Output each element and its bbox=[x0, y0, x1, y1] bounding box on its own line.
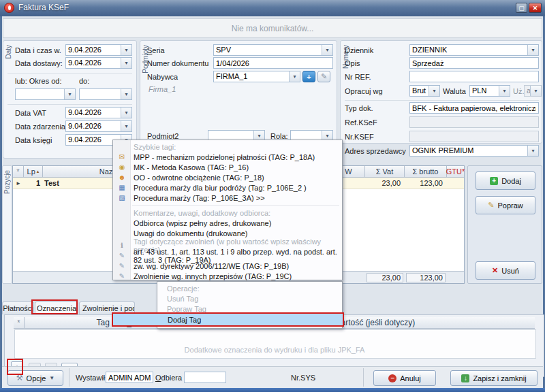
tab-platnosci[interactable]: Płatności bbox=[2, 301, 34, 314]
divider bbox=[69, 368, 69, 387]
pencil-icon: ✎ bbox=[488, 201, 494, 210]
input-nr-ref[interactable] bbox=[409, 71, 539, 82]
input-odbiera[interactable] bbox=[184, 372, 226, 383]
combo-data-vat[interactable]: 9.04.2026 bbox=[65, 107, 132, 118]
combo-okres-od[interactable] bbox=[15, 88, 76, 100]
label-numer-dokumentu: Numer dokumentu bbox=[147, 59, 209, 67]
divider bbox=[345, 100, 539, 101]
tag-select-all[interactable]: * bbox=[14, 317, 25, 329]
menu-item-p19a[interactable]: ✎art. 43 ust. 1, art. 113 ust. 1 i 9 alb… bbox=[113, 250, 342, 261]
label-odbiera: Odbiera bbox=[155, 374, 182, 382]
menu-item-marza-podrozy[interactable]: ▦Procedura marży dla biur podróży (Tag: … bbox=[113, 182, 342, 193]
combo-data-dostawy[interactable]: 9.04.2026 bbox=[65, 57, 132, 69]
plus-icon: + bbox=[490, 177, 498, 185]
annotation-add-tag-button bbox=[7, 359, 23, 375]
nabywca-note: Firma_1 bbox=[149, 85, 176, 93]
combo-waluta[interactable]: PLN bbox=[469, 85, 510, 97]
menu-item-usun-tag: Usuń Tag bbox=[157, 293, 342, 304]
menu-item-odbiorca[interactable]: Odbiorca (wpisz pełny adres, drukowane) bbox=[113, 218, 342, 228]
window-title: Faktura KSeF bbox=[18, 3, 69, 12]
combo-seria[interactable]: SPV bbox=[213, 44, 333, 56]
grid-col-lp[interactable]: Lp▴ bbox=[24, 166, 43, 178]
anuluj-button[interactable]: – Anuluj bbox=[373, 370, 436, 386]
cell-brutto: 123,00 bbox=[405, 179, 443, 187]
label-seria: Seria bbox=[147, 46, 165, 54]
window-bottom-edge bbox=[0, 388, 545, 392]
combo-okres-do[interactable] bbox=[79, 88, 132, 100]
zapisz-button[interactable]: ↓ Zapisz i zamknij bbox=[450, 370, 538, 386]
menu-header-komentarze: Komentarze, uwagi, dodatkowy odbiorca: bbox=[113, 208, 342, 218]
cancel-icon: – bbox=[388, 374, 396, 382]
chevron-down-icon: ▼ bbox=[49, 375, 54, 381]
combo-dziennik[interactable]: DZIENNIK bbox=[409, 44, 539, 56]
mpp-icon: ✉ bbox=[116, 153, 127, 161]
divider bbox=[7, 104, 132, 105]
combo-opracuj[interactable]: Brut bbox=[409, 85, 440, 97]
grid-col-brutto[interactable]: Σ brutto bbox=[405, 166, 447, 178]
input-opis[interactable] bbox=[409, 57, 539, 69]
menu-item-oo[interactable]: ☻OO - odwrotne obciążenie (TAG: P_18) bbox=[113, 172, 342, 182]
pozycje-buttons-panel: +Dodaj ✎Popraw ✕Usuń bbox=[467, 165, 542, 284]
combo-nabywca[interactable]: FIRMA_1 bbox=[213, 71, 300, 82]
row-arrow-icon: ► bbox=[13, 180, 24, 186]
grid-select-all[interactable]: * bbox=[13, 166, 24, 178]
info-icon: ℹ bbox=[116, 242, 127, 249]
menu-item-mpp[interactable]: ✉MPP - mechanizm podzielonej płatności (… bbox=[113, 152, 342, 162]
menu-item-marza[interactable]: ▨Procedura marży (Tag: P_106E_3A) >> bbox=[113, 193, 342, 203]
annotation-oznaczenia-tab bbox=[31, 299, 78, 314]
popraw-button[interactable]: ✎Popraw bbox=[476, 196, 535, 214]
total-brutto: 123,00 bbox=[406, 273, 446, 282]
close-button[interactable]: ✕ bbox=[529, 3, 542, 13]
label-data-dostawy: Data dostawy: bbox=[15, 59, 63, 67]
input-ref-ksef bbox=[409, 116, 539, 128]
label-opracuj-wg: Opracuj wg bbox=[345, 87, 383, 95]
input-typ-dok[interactable] bbox=[409, 102, 539, 114]
label-data-ksiegi: Data księgi bbox=[15, 136, 52, 144]
note-icon: ✎ bbox=[116, 252, 127, 259]
label-data-vat: Data VAT bbox=[15, 109, 46, 117]
usun-button[interactable]: ✕Usuń bbox=[476, 261, 535, 280]
combo-uz: admin bbox=[524, 85, 542, 97]
tag-watermark: Dodatkowe oznaczenia do wydruku i dla pl… bbox=[14, 346, 535, 354]
label-data-czas: Data i czas w. bbox=[15, 46, 61, 54]
edit-nabywca-button[interactable]: ✎ bbox=[317, 71, 330, 82]
label-waluta: Waluta bbox=[443, 87, 466, 95]
menu-item-mk[interactable]: ◉MK - Metoda Kasowa (TAG: P_16) bbox=[113, 162, 342, 172]
input-nr-ksef bbox=[409, 131, 539, 142]
message-bar: Nie ma komunikatów... bbox=[3, 18, 542, 38]
note-icon: ✎ bbox=[116, 262, 127, 270]
label-nr-ref: Nr REF. bbox=[345, 73, 371, 81]
sort-icon: ▴ bbox=[37, 169, 40, 174]
combo-data-czas[interactable]: 9.04.2026 bbox=[65, 44, 132, 56]
combo-adres-sprzedawcy[interactable]: OGNIK PREMIUM bbox=[409, 145, 539, 157]
menu-item-p19b[interactable]: ✎zw. wg. dyrektywy 2006/112/WE (TAG: P_1… bbox=[113, 261, 342, 271]
note-icon: ✎ bbox=[116, 272, 127, 280]
oo-icon: ☻ bbox=[116, 174, 127, 181]
menu-item-p19c[interactable]: ✎Zwolnienie wg. innych przepisów (TAG: P… bbox=[113, 271, 342, 281]
save-icon: ↓ bbox=[461, 374, 469, 382]
label-dziennik: Dziennik bbox=[345, 46, 373, 54]
grid-col-vat[interactable]: Σ Vat bbox=[365, 166, 405, 178]
combo-data-zdarzenia[interactable]: 9.04.2026 bbox=[65, 120, 132, 132]
input-numer-dokumentu[interactable] bbox=[213, 57, 333, 69]
tag-grid-body[interactable] bbox=[14, 329, 536, 359]
menu-item-dodaj-tag[interactable]: Dodaj Tag bbox=[112, 312, 344, 327]
label-nabywca: Nabywca bbox=[147, 73, 178, 81]
maximize-button[interactable]: ▢ bbox=[516, 3, 527, 13]
window-faktura-ksef: Faktura KSeF ▢ ✕ Nie ma komunikatów... D… bbox=[0, 0, 545, 392]
menu-separator bbox=[132, 205, 339, 206]
label-okres-do: do: bbox=[79, 77, 89, 85]
grid-col-gtu[interactable]: GTU* bbox=[447, 166, 464, 178]
add-nabywca-button[interactable]: + bbox=[302, 71, 315, 82]
group-daty-caption: Daty bbox=[5, 45, 12, 59]
cell-lp: 1 bbox=[24, 179, 40, 187]
menu-header-szybkie: Szybkie tagi: bbox=[113, 142, 342, 152]
dodaj-button[interactable]: +Dodaj bbox=[476, 172, 535, 190]
input-wystawil[interactable] bbox=[106, 372, 153, 383]
bottom-bar: ⚒ Opcje ▼ Wystawił Odbiera Nr.SYS – Anul… bbox=[2, 366, 543, 389]
label-uz: Uż. bbox=[513, 87, 525, 95]
tags-submenu: Szybkie tagi: ✉MPP - mechanizm podzielon… bbox=[112, 140, 343, 280]
label-okres-od: lub: Okres od: bbox=[15, 77, 61, 85]
label-adres-sprzedawcy: Adres sprzedawcy bbox=[345, 147, 406, 155]
label-ref-ksef: Ref.KSeF bbox=[345, 118, 377, 127]
